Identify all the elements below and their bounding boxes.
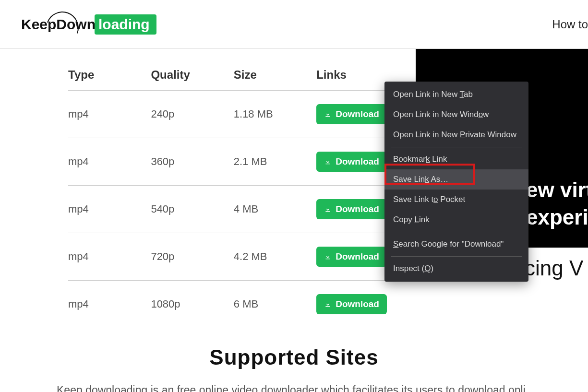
- download-button-label: Download: [336, 204, 379, 214]
- ctx-open-new-window[interactable]: Open Link in New Window: [384, 105, 528, 125]
- download-button-label: Download: [336, 156, 379, 167]
- context-menu: Open Link in New Tab Open Link in New Wi…: [384, 82, 528, 282]
- cell-size: 2.1 MB: [234, 138, 316, 186]
- table-row: mp4540p4 MBDownload: [68, 186, 414, 233]
- download-button[interactable]: Download: [316, 199, 387, 219]
- ctx-separator: [391, 232, 522, 232]
- supported-subtext: Keep downloading is an free online video…: [57, 384, 526, 392]
- ctx-separator: [391, 256, 522, 257]
- cell-links: Download: [316, 281, 414, 328]
- cell-size: 4 MB: [234, 186, 316, 233]
- table-row: mp41080p6 MBDownload: [68, 281, 414, 328]
- download-button-label: Download: [336, 109, 379, 119]
- site-logo[interactable]: Keep Down loading: [21, 14, 156, 35]
- logo-text-down: Down: [56, 16, 96, 33]
- cell-type: mp4: [68, 91, 151, 138]
- download-button[interactable]: Download: [316, 104, 387, 124]
- ctx-separator: [391, 147, 522, 147]
- download-button-label: Download: [336, 251, 379, 262]
- cell-type: mp4: [68, 233, 151, 281]
- download-icon: [324, 253, 332, 261]
- cell-quality: 1080p: [151, 281, 233, 328]
- cell-quality: 720p: [151, 233, 233, 281]
- table-row: mp4360p2.1 MBDownload: [68, 138, 414, 186]
- cell-quality: 540p: [151, 186, 233, 233]
- header: Keep Down loading How to: [0, 0, 588, 49]
- download-button[interactable]: Download: [316, 294, 387, 314]
- download-icon: [324, 300, 332, 308]
- cell-size: 1.18 MB: [234, 91, 316, 138]
- download-button[interactable]: Download: [316, 152, 387, 172]
- ctx-copy-link[interactable]: Copy Link: [384, 210, 528, 230]
- cell-size: 4.2 MB: [234, 233, 316, 281]
- logo-text-loading: loading: [95, 14, 156, 35]
- th-type: Type: [68, 59, 151, 91]
- ctx-open-new-tab[interactable]: Open Link in New Tab: [384, 84, 528, 105]
- ctx-bookmark-link[interactable]: Bookmark Link: [384, 149, 528, 169]
- ctx-open-private-window[interactable]: Open Link in New Private Window: [384, 125, 528, 145]
- download-icon: [324, 110, 332, 118]
- cell-quality: 360p: [151, 138, 233, 186]
- table-row: mp4240p1.18 MBDownload: [68, 91, 414, 138]
- cell-size: 6 MB: [234, 281, 316, 328]
- supported-section: Supported Sites: [0, 345, 588, 369]
- download-icon: [324, 205, 332, 213]
- ctx-save-link-as[interactable]: Save Link As…: [384, 169, 528, 190]
- cell-quality: 240p: [151, 91, 233, 138]
- cell-type: mp4: [68, 138, 151, 186]
- ctx-save-to-pocket[interactable]: Save Link to Pocket: [384, 190, 528, 210]
- logo-text-keep: Keep: [21, 16, 56, 33]
- nav-howto[interactable]: How to: [552, 18, 588, 31]
- download-icon: [324, 158, 332, 166]
- ctx-search-google[interactable]: Search Google for "Download": [384, 234, 528, 254]
- table-row: mp4720p4.2 MBDownload: [68, 233, 414, 281]
- supported-title: Supported Sites: [0, 345, 588, 369]
- download-table: Type Quality Size Links mp4240p1.18 MBDo…: [68, 59, 414, 328]
- download-button-label: Download: [336, 299, 379, 309]
- th-size: Size: [234, 59, 316, 91]
- video-overlay-text: ew virtuaexperien: [526, 176, 588, 231]
- th-quality: Quality: [151, 59, 233, 91]
- cell-type: mp4: [68, 186, 151, 233]
- download-button[interactable]: Download: [316, 247, 387, 267]
- ctx-inspect[interactable]: Inspect (Q): [384, 259, 528, 279]
- cell-type: mp4: [68, 281, 151, 328]
